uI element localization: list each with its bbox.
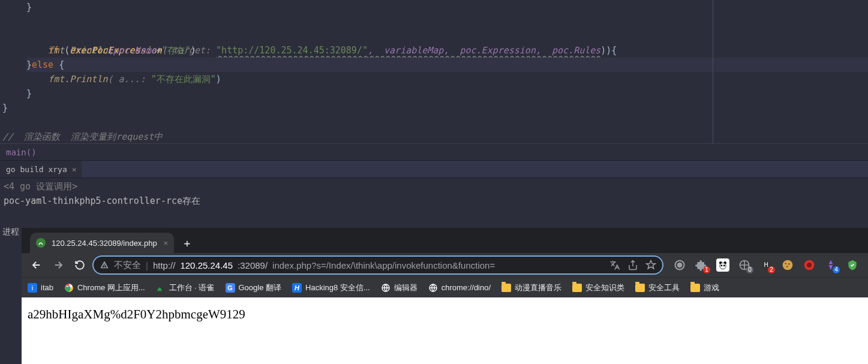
folder-icon — [501, 284, 511, 292]
folder-icon — [572, 284, 582, 292]
console-output[interactable]: <4 go 设置调用> poc-yaml-thinkphp5-controlle… — [0, 178, 868, 214]
close-icon[interactable]: × — [163, 239, 168, 248]
run-tab-bar: go build xrya × — [0, 160, 868, 178]
folder-icon — [635, 284, 645, 292]
translate-icon[interactable] — [609, 260, 620, 270]
forward-button[interactable] — [49, 256, 67, 274]
bookmark-item[interactable]: Chrome 网上应用... — [64, 282, 145, 293]
run-tab-label: go build xrya — [6, 165, 67, 174]
security-label: 不安全 — [114, 260, 141, 271]
bookmark-item[interactable]: GGoogle 翻译 — [226, 282, 282, 293]
svg-point-15 — [807, 263, 812, 267]
svg-point-5 — [720, 264, 722, 266]
status-text: 进程 — [2, 227, 19, 237]
svg-point-13 — [786, 266, 788, 267]
breadcrumb[interactable]: main() — [0, 143, 868, 160]
browser-toolbar: 不安全 | http://120.25.24.45:32089/index.ph… — [22, 253, 868, 277]
fn-println: fmt.Println — [48, 45, 107, 56]
code-brace: } — [26, 2, 32, 13]
console-line: <4 go 设置调用> — [4, 179, 864, 194]
close-icon[interactable]: × — [72, 165, 77, 174]
warning-icon — [100, 260, 109, 270]
svg-point-10 — [783, 260, 793, 270]
new-tab-button[interactable]: + — [179, 234, 196, 251]
svg-point-6 — [723, 264, 725, 266]
globe-icon — [428, 283, 438, 293]
bookmark-icon: H — [292, 283, 302, 293]
code-editor[interactable]: } if (execPocExpression( target: "http:/… — [0, 0, 868, 143]
svg-point-11 — [785, 263, 786, 264]
kw-else: else — [32, 59, 53, 70]
bookmark-icon: i — [28, 283, 37, 293]
svg-point-1 — [678, 263, 682, 267]
bookmark-item[interactable]: 工作台 · 语雀 — [156, 282, 215, 293]
browser-window: 120.25.24.45:32089/index.php × + 不安全 | h… — [22, 228, 868, 364]
badge: 4 — [833, 266, 840, 273]
ext-panda-icon[interactable] — [716, 258, 729, 272]
editor-vertical-divider — [713, 0, 713, 143]
svg-point-12 — [788, 263, 790, 265]
page-content[interactable]: a29hbHIgaXMg%d2F0Y2hpbmcgeW9129 — [22, 297, 868, 364]
url-path: index.php?s=/Index/\think\app/invokefunc… — [272, 260, 495, 270]
reload-button[interactable] — [71, 256, 89, 274]
folder-icon — [690, 284, 700, 292]
favicon-icon — [36, 238, 46, 248]
ext-purple-icon[interactable]: 4 — [824, 258, 837, 272]
ext-cookie-icon[interactable] — [781, 258, 794, 272]
ext-hack-icon[interactable]: H2 — [759, 258, 773, 272]
console-line: poc-yaml-thinkphp5-controller-rce存在 — [4, 194, 864, 208]
ext-puzzle-icon[interactable]: 1 — [695, 258, 708, 272]
back-button[interactable] — [28, 256, 46, 274]
ext-switch-icon[interactable]: 0 — [738, 258, 751, 272]
badge: 0 — [746, 266, 753, 273]
svg-text:H: H — [764, 261, 768, 268]
browser-tab-strip: 120.25.24.45:32089/index.php × + — [22, 228, 868, 253]
badge: 1 — [703, 266, 710, 273]
address-bar[interactable]: 不安全 | http://120.25.24.45:32089/index.ph… — [92, 255, 663, 275]
bookmark-icon: G — [226, 283, 235, 293]
url-host: 120.25.24.45 — [180, 260, 233, 270]
bookmark-icon — [64, 283, 74, 293]
bookmark-folder[interactable]: 安全知识类 — [572, 282, 624, 293]
ext-circle-icon[interactable] — [673, 258, 686, 272]
bookmark-item[interactable]: chrome://dino/ — [428, 283, 491, 293]
share-icon[interactable] — [627, 260, 638, 270]
svg-point-4 — [720, 263, 726, 269]
extension-icons: 1 0 H2 4 — [667, 258, 859, 272]
page-body-text: a29hbHIgaXMg%d2F0Y2hpbmcgeW9129 — [28, 307, 245, 321]
globe-icon — [381, 283, 391, 293]
star-icon[interactable] — [645, 260, 656, 270]
ext-red-icon[interactable] — [803, 258, 816, 272]
bookmark-item[interactable]: HHacking8 安全信... — [292, 282, 370, 293]
badge: 2 — [768, 266, 775, 273]
bookmark-icon — [156, 283, 166, 293]
browser-tab-title: 120.25.24.45:32089/index.php — [52, 239, 157, 248]
browser-tab[interactable]: 120.25.24.45:32089/index.php × — [30, 233, 174, 253]
code-comment: // 渲染函数 渲染变量到request中 — [2, 131, 163, 142]
bookmark-item[interactable]: iitab — [28, 283, 53, 293]
bookmark-item[interactable]: 编辑器 — [381, 282, 418, 293]
bookmark-folder[interactable]: 游戏 — [690, 282, 719, 293]
bookmarks-bar: iitab Chrome 网上应用... 工作台 · 语雀 GGoogle 翻译… — [22, 277, 868, 297]
bookmark-folder[interactable]: 安全工具 — [635, 282, 680, 293]
bookmark-folder[interactable]: 动漫直播音乐 — [501, 282, 561, 293]
ext-shield-icon[interactable] — [846, 258, 859, 272]
run-tab[interactable]: go build xrya × — [0, 161, 82, 178]
